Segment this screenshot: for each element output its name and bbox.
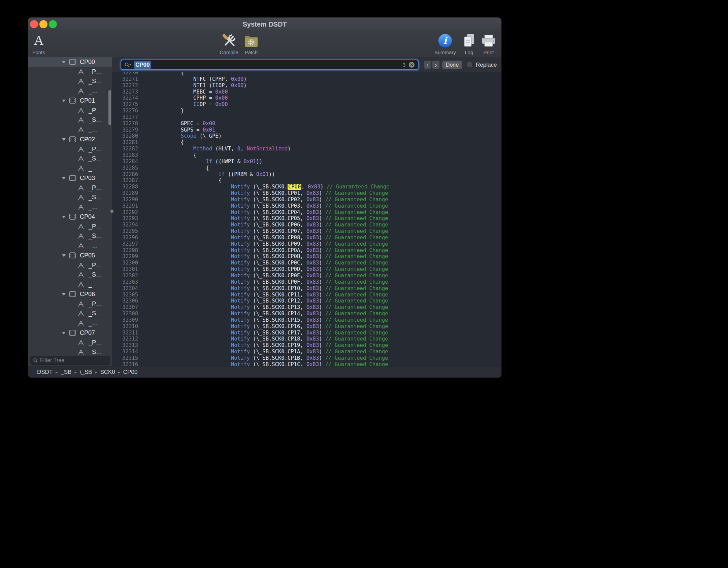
filter-field[interactable] [30, 356, 110, 365]
tree-item-child[interactable]: _P… [28, 67, 112, 77]
tree-item-child[interactable]: _S… [28, 154, 112, 164]
tree-item-label: _P… [89, 68, 102, 75]
scope-icon [69, 214, 76, 220]
find-previous-button[interactable]: ‹ [424, 61, 431, 69]
disclosure-triangle-icon[interactable] [62, 331, 66, 334]
scope-icon [69, 291, 76, 297]
code-text: Notify (\_SB.SCK0.CP04, 0x83) // Guarant… [156, 209, 388, 216]
disclosure-triangle-icon[interactable] [62, 292, 66, 296]
breadcrumb-item[interactable]: DSDT [37, 369, 53, 376]
line-number: 32302 [112, 273, 138, 279]
replace-checkbox[interactable] [467, 62, 472, 68]
tree-item-child[interactable]: _P… [28, 106, 112, 115]
tree-item-child[interactable]: _P… [28, 260, 112, 270]
tree-item-child[interactable]: _S… [28, 115, 112, 125]
tree-item-child[interactable]: _P… [28, 299, 112, 309]
disclosure-triangle-icon[interactable] [62, 138, 66, 141]
tree-item-child[interactable]: _… [28, 125, 112, 135]
search-field[interactable]: CP00 3 [121, 60, 419, 70]
breadcrumb-item[interactable]: _SB [61, 369, 71, 376]
disclosure-triangle-icon[interactable] [62, 215, 66, 218]
minimize-button[interactable] [39, 20, 47, 28]
search-icon[interactable] [124, 62, 132, 68]
method-icon [78, 310, 84, 317]
tree-view: CP00_P…_S…_…CP01_P…_S…_…CP02_P…_S…_…CP03… [28, 57, 112, 355]
breadcrumb-item[interactable]: SCK0 [100, 369, 115, 376]
tree-item-child[interactable]: _S… [28, 193, 112, 203]
tree-item-cp07[interactable]: CP07 [28, 328, 112, 338]
line-number: 32285 [112, 165, 138, 171]
compile-button[interactable]: Compile [220, 33, 238, 55]
disclosure-triangle-icon[interactable] [62, 99, 66, 102]
patch-label: Patch [245, 49, 258, 55]
code-text: NTFI (IIOP, 0x00) [156, 82, 247, 89]
tree-item-child[interactable]: _P… [28, 338, 112, 348]
tree-item-label: _S… [89, 310, 102, 317]
code-line: 32308 Notify (\_SB.SCK0.CP14, 0x83) // G… [112, 311, 501, 317]
disclosure-triangle-icon[interactable] [62, 254, 66, 257]
summary-button[interactable]: i Summary [434, 33, 456, 55]
tree-item-child[interactable]: _S… [28, 232, 112, 241]
tree-item-child[interactable]: _… [28, 86, 112, 96]
tree-item-cp05[interactable]: CP05 [28, 251, 112, 260]
disclosure-triangle-icon[interactable] [62, 176, 66, 180]
split-handle[interactable] [110, 210, 113, 213]
sidebar-scrollbar[interactable] [108, 90, 111, 125]
breadcrumb-item[interactable]: CP00 [123, 369, 138, 376]
tree-item-label: _S… [89, 78, 102, 85]
app-window: System DSDT A Fonts Compile [28, 17, 501, 378]
code-text: Notify (\_SB.SCK0.CP08, 0x83) // Guarant… [156, 235, 388, 241]
scope-icon [69, 252, 76, 258]
tree-item-child[interactable]: _S… [28, 270, 112, 280]
line-number: 32279 [112, 127, 138, 133]
code-text: MEBC = 0x00 [156, 89, 228, 95]
code-line: 32313 Notify (\_SB.SCK0.CP19, 0x83) // G… [112, 342, 501, 349]
print-button[interactable]: Print [481, 33, 496, 55]
tree-item-cp01[interactable]: CP01 [28, 96, 112, 106]
title-bar[interactable]: System DSDT [28, 17, 501, 31]
tree-item-child[interactable]: _… [28, 318, 112, 328]
patch-button[interactable]: Patch [243, 33, 259, 55]
tree-item-cp02[interactable]: CP02 [28, 135, 112, 144]
tree-item-cp03[interactable]: CP03 [28, 173, 112, 183]
disclosure-triangle-icon[interactable] [62, 60, 66, 64]
breadcrumb-item[interactable]: \_SB [79, 369, 92, 376]
method-icon [78, 155, 84, 162]
code-text: Notify (\_SB.SCK0.CP0F, 0x83) // Guarant… [156, 279, 388, 285]
tree-item-cp00[interactable]: CP00 [28, 57, 112, 67]
code-line: 32276 } [112, 108, 501, 114]
code-text: Notify (\_SB.SCK0.CP01, 0x83) // Guarant… [156, 190, 388, 197]
tree-item-child[interactable]: _… [28, 164, 112, 173]
search-query[interactable]: CP00 [134, 61, 151, 69]
method-icon [78, 340, 84, 346]
tree-item-cp06[interactable]: CP06 [28, 289, 112, 299]
method-icon [78, 272, 84, 278]
tree-item-child[interactable]: _S… [28, 309, 112, 319]
tree-item-child[interactable]: _S… [28, 77, 112, 86]
zoom-button[interactable] [49, 20, 57, 28]
code-text: { [156, 152, 196, 158]
code-line: 32304 Notify (\_SB.SCK0.CP10, 0x83) // G… [112, 285, 501, 292]
tree-item-child[interactable]: _… [28, 280, 112, 289]
fonts-button[interactable]: A Fonts [32, 33, 45, 55]
tree-item-child[interactable]: _… [28, 202, 112, 212]
code-text: Notify (\_SB.SCK0.CP1C, 0x83) // Guarant… [156, 361, 388, 366]
scope-icon [69, 59, 76, 65]
method-icon [78, 194, 84, 201]
tree-item-child[interactable]: _P… [28, 144, 112, 154]
log-button[interactable]: Log [462, 33, 476, 55]
tree-item-child[interactable]: _P… [28, 183, 112, 193]
tree-item-child[interactable]: _P… [28, 222, 112, 232]
done-button[interactable]: Done [442, 61, 462, 69]
tree-item-cp04[interactable]: CP04 [28, 212, 112, 222]
code-text: Notify (\_SB.SCK0.CP09, 0x83) // Guarant… [156, 241, 388, 247]
code-editor[interactable]: 32270 {32271 NTFC (CPHP, 0x00)32272 NTFI… [112, 72, 501, 366]
close-button[interactable] [30, 20, 38, 28]
code-text: Notify (\_SB.SCK0.CP0E, 0x83) // Guarant… [156, 273, 388, 279]
find-next-button[interactable]: › [432, 61, 440, 69]
tree-item-child[interactable]: _S… [28, 348, 112, 356]
tree-item-child[interactable]: _… [28, 241, 112, 251]
filter-input[interactable] [40, 357, 110, 363]
line-number: 32312 [112, 336, 138, 342]
clear-icon[interactable] [408, 62, 415, 68]
